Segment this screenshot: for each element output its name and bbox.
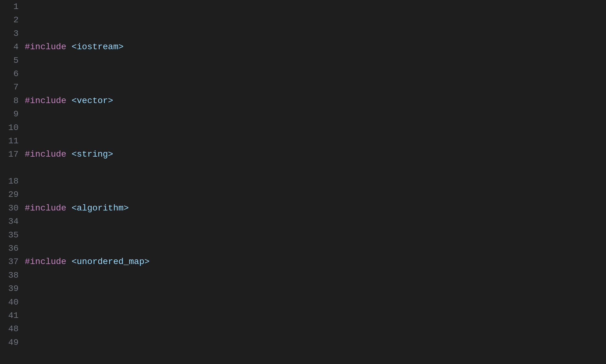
code-line-3: #include <string> xyxy=(25,148,606,161)
ln-11: 11 xyxy=(5,134,19,148)
ln-36: 36 xyxy=(5,242,19,255)
code-editor: 1 2 3 4 5 6 7 8 9 10 11 17 18 29 30 34 3… xyxy=(0,0,606,364)
ln-38: 38 xyxy=(5,269,19,282)
ln-41: 41 xyxy=(5,309,19,322)
ln-2: 2 xyxy=(5,13,19,27)
ln-29: 29 xyxy=(5,188,19,201)
ln-18: 18 xyxy=(5,175,19,188)
ln-10: 10 xyxy=(5,121,19,134)
ln-3: 3 xyxy=(5,27,19,40)
ln-37: 37 xyxy=(5,255,19,268)
line-numbers: 1 2 3 4 5 6 7 8 9 10 11 17 18 29 30 34 3… xyxy=(0,0,22,364)
ln-4: 4 xyxy=(5,40,19,54)
code-line-4: #include <algorithm> xyxy=(25,202,606,215)
ln-9: 9 xyxy=(5,107,19,121)
code-line-5: #include <unordered_map> xyxy=(25,255,606,268)
ln-7: 7 xyxy=(5,80,19,94)
ln-49: 49 xyxy=(5,336,19,349)
code-line-6 xyxy=(25,309,606,322)
ln-cont xyxy=(5,161,19,175)
ln-6: 6 xyxy=(5,67,19,80)
ln-1: 1 xyxy=(5,0,19,13)
ln-40: 40 xyxy=(5,296,19,309)
ln-34: 34 xyxy=(5,215,19,228)
code-content: #include <iostream> #include <vector> #i… xyxy=(22,0,606,364)
code-line-1: #include <iostream> xyxy=(25,40,606,54)
code-line-2: #include <vector> xyxy=(25,94,606,107)
ln-8: 8 xyxy=(5,94,19,107)
ln-39: 39 xyxy=(5,282,19,295)
code-line-7: using namespace std; xyxy=(25,363,606,364)
ln-30: 30 xyxy=(5,202,19,215)
ln-48: 48 xyxy=(5,322,19,336)
ln-35: 35 xyxy=(5,228,19,242)
ln-5: 5 xyxy=(5,54,19,67)
ln-17: 17 xyxy=(5,148,19,161)
